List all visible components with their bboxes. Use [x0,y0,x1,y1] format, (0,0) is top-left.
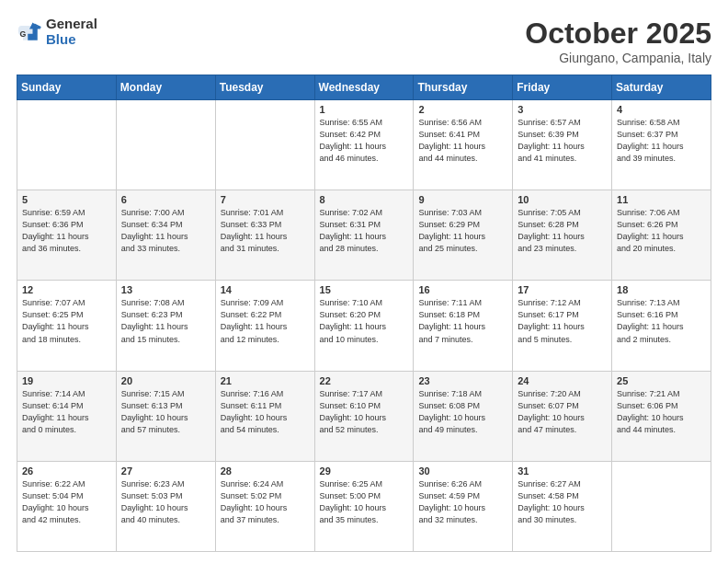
day-number: 1 [320,104,409,115]
day-number: 2 [418,104,507,115]
calendar-header-tuesday: Tuesday [215,75,314,100]
page: G General Blue October 2025 Giungano, Ca… [0,0,728,563]
calendar-cell: 11Sunrise: 7:06 AM Sunset: 6:26 PM Dayli… [612,190,711,281]
calendar-cell: 27Sunrise: 6:23 AM Sunset: 5:03 PM Dayli… [116,461,215,551]
calendar-cell: 20Sunrise: 7:15 AM Sunset: 6:13 PM Dayli… [116,371,215,461]
day-info: Sunrise: 6:26 AM Sunset: 4:59 PM Dayligh… [418,478,507,526]
top-section: G General Blue October 2025 Giungano, Ca… [17,17,711,65]
day-number: 14 [221,284,310,295]
calendar-cell: 3Sunrise: 6:57 AM Sunset: 6:39 PM Daylig… [513,100,612,190]
calendar-header-monday: Monday [116,75,215,100]
calendar-cell: 6Sunrise: 7:00 AM Sunset: 6:34 PM Daylig… [116,190,215,281]
day-number: 6 [121,194,210,205]
day-number: 23 [418,375,507,386]
calendar-table: SundayMondayTuesdayWednesdayThursdayFrid… [17,75,711,552]
day-info: Sunrise: 6:23 AM Sunset: 5:03 PM Dayligh… [121,478,210,526]
calendar-header-thursday: Thursday [414,75,513,100]
calendar-cell: 14Sunrise: 7:09 AM Sunset: 6:22 PM Dayli… [215,281,314,371]
day-info: Sunrise: 7:21 AM Sunset: 6:06 PM Dayligh… [617,388,706,436]
day-info: Sunrise: 7:07 AM Sunset: 6:25 PM Dayligh… [22,297,111,345]
day-number: 21 [221,375,310,386]
calendar-cell: 25Sunrise: 7:21 AM Sunset: 6:06 PM Dayli… [612,371,711,461]
day-info: Sunrise: 7:11 AM Sunset: 6:18 PM Dayligh… [418,297,507,345]
calendar-cell: 13Sunrise: 7:08 AM Sunset: 6:23 PM Dayli… [116,281,215,371]
calendar-cell: 4Sunrise: 6:58 AM Sunset: 6:37 PM Daylig… [612,100,711,190]
day-number: 28 [221,465,310,477]
day-number: 7 [221,194,310,205]
day-number: 19 [22,375,111,386]
calendar-cell: 22Sunrise: 7:17 AM Sunset: 6:10 PM Dayli… [314,371,414,461]
logo-text: General Blue [46,17,97,47]
day-info: Sunrise: 6:55 AM Sunset: 6:42 PM Dayligh… [320,117,409,165]
day-info: Sunrise: 7:15 AM Sunset: 6:13 PM Dayligh… [121,388,210,436]
logo-blue-text: Blue [46,32,97,48]
calendar-cell: 28Sunrise: 6:24 AM Sunset: 5:02 PM Dayli… [215,461,314,551]
calendar-cell: 2Sunrise: 6:56 AM Sunset: 6:41 PM Daylig… [414,100,513,190]
calendar-cell: 1Sunrise: 6:55 AM Sunset: 6:42 PM Daylig… [314,100,414,190]
day-info: Sunrise: 6:25 AM Sunset: 5:00 PM Dayligh… [320,478,409,526]
day-number: 3 [518,104,607,115]
day-info: Sunrise: 7:02 AM Sunset: 6:31 PM Dayligh… [320,207,409,255]
day-number: 30 [418,465,507,477]
day-info: Sunrise: 7:12 AM Sunset: 6:17 PM Dayligh… [518,297,607,345]
calendar-header-wednesday: Wednesday [314,75,414,100]
day-number: 15 [320,284,409,295]
day-number: 27 [121,465,210,477]
day-info: Sunrise: 6:24 AM Sunset: 5:02 PM Dayligh… [221,478,310,526]
calendar-cell: 31Sunrise: 6:27 AM Sunset: 4:58 PM Dayli… [513,461,612,551]
calendar-cell: 29Sunrise: 6:25 AM Sunset: 5:00 PM Dayli… [314,461,414,551]
day-number: 20 [121,375,210,386]
calendar-cell [17,100,117,190]
svg-text:G: G [20,29,27,39]
calendar-cell: 10Sunrise: 7:05 AM Sunset: 6:28 PM Dayli… [513,190,612,281]
calendar-cell: 8Sunrise: 7:02 AM Sunset: 6:31 PM Daylig… [314,190,414,281]
calendar-cell: 17Sunrise: 7:12 AM Sunset: 6:17 PM Dayli… [513,281,612,371]
day-number: 12 [22,284,111,295]
calendar-cell: 30Sunrise: 6:26 AM Sunset: 4:59 PM Dayli… [414,461,513,551]
month-title: October 2025 [525,17,711,51]
day-info: Sunrise: 7:10 AM Sunset: 6:20 PM Dayligh… [320,297,409,345]
day-number: 31 [518,465,607,477]
day-info: Sunrise: 7:17 AM Sunset: 6:10 PM Dayligh… [320,388,409,436]
calendar-cell: 12Sunrise: 7:07 AM Sunset: 6:25 PM Dayli… [17,281,117,371]
day-number: 8 [320,194,409,205]
day-info: Sunrise: 7:14 AM Sunset: 6:14 PM Dayligh… [22,388,111,436]
day-info: Sunrise: 7:06 AM Sunset: 6:26 PM Dayligh… [617,207,706,255]
calendar-week-5: 26Sunrise: 6:22 AM Sunset: 5:04 PM Dayli… [17,461,711,551]
day-number: 18 [617,284,706,295]
calendar-cell [612,461,711,551]
calendar-cell: 9Sunrise: 7:03 AM Sunset: 6:29 PM Daylig… [414,190,513,281]
calendar-cell: 21Sunrise: 7:16 AM Sunset: 6:11 PM Dayli… [215,371,314,461]
day-info: Sunrise: 7:09 AM Sunset: 6:22 PM Dayligh… [221,297,310,345]
day-info: Sunrise: 7:13 AM Sunset: 6:16 PM Dayligh… [617,297,706,345]
day-info: Sunrise: 7:20 AM Sunset: 6:07 PM Dayligh… [518,388,607,436]
day-info: Sunrise: 6:59 AM Sunset: 6:36 PM Dayligh… [22,207,111,255]
day-info: Sunrise: 7:01 AM Sunset: 6:33 PM Dayligh… [221,207,310,255]
day-number: 25 [617,375,706,386]
day-info: Sunrise: 7:08 AM Sunset: 6:23 PM Dayligh… [121,297,210,345]
day-number: 11 [617,194,706,205]
calendar-cell: 23Sunrise: 7:18 AM Sunset: 6:08 PM Dayli… [414,371,513,461]
day-info: Sunrise: 7:00 AM Sunset: 6:34 PM Dayligh… [121,207,210,255]
calendar-cell [116,100,215,190]
calendar-header-row: SundayMondayTuesdayWednesdayThursdayFrid… [17,75,711,100]
calendar-cell: 7Sunrise: 7:01 AM Sunset: 6:33 PM Daylig… [215,190,314,281]
day-info: Sunrise: 7:18 AM Sunset: 6:08 PM Dayligh… [418,388,507,436]
logo: G General Blue [17,17,97,47]
calendar-header-sunday: Sunday [17,75,117,100]
day-number: 9 [418,194,507,205]
title-section: October 2025 Giungano, Campania, Italy [525,17,711,65]
logo-icon: G [17,19,42,45]
calendar-week-3: 12Sunrise: 7:07 AM Sunset: 6:25 PM Dayli… [17,281,711,371]
day-info: Sunrise: 6:27 AM Sunset: 4:58 PM Dayligh… [518,478,607,526]
day-number: 5 [22,194,111,205]
location: Giungano, Campania, Italy [525,51,711,65]
calendar-week-1: 1Sunrise: 6:55 AM Sunset: 6:42 PM Daylig… [17,100,711,190]
calendar-cell: 18Sunrise: 7:13 AM Sunset: 6:16 PM Dayli… [612,281,711,371]
day-number: 13 [121,284,210,295]
day-info: Sunrise: 7:16 AM Sunset: 6:11 PM Dayligh… [221,388,310,436]
day-number: 26 [22,465,111,477]
day-number: 22 [320,375,409,386]
calendar-cell: 19Sunrise: 7:14 AM Sunset: 6:14 PM Dayli… [17,371,117,461]
calendar-header-saturday: Saturday [612,75,711,100]
